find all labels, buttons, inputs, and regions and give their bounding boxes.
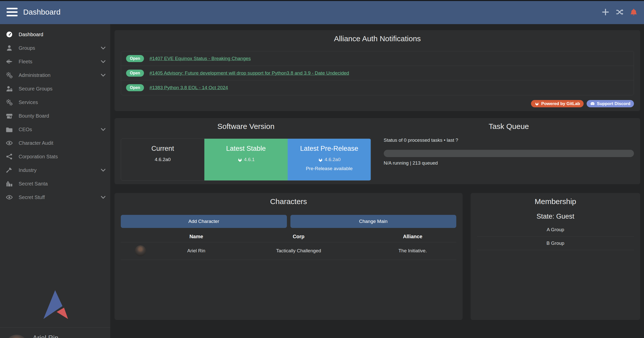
gitlab-icon [237, 157, 243, 162]
sidebar-item-label: Groups [19, 45, 35, 51]
sidebar-item-dashboard[interactable]: Dashboard [0, 28, 110, 41]
version-prerelease-column: Latest Pre-Release 4.6.2a0 Pre-Release a… [288, 139, 371, 180]
membership-group-list: A Group B Group [477, 223, 634, 250]
prerelease-note: Pre-Release available [288, 166, 371, 171]
shuffle-icon[interactable] [616, 8, 623, 16]
version-number[interactable]: 4.6.1 [244, 157, 255, 162]
character-row: Ariel Rin Tactically Challenged The Init… [121, 242, 456, 260]
gitlab-icon [318, 157, 323, 162]
discord-badge-label: Support Discord [597, 101, 630, 106]
notifications-title: Alliance Auth Notifications [115, 30, 640, 44]
notifications-bell-icon[interactable] [630, 8, 637, 16]
menu-toggle-button[interactable] [7, 8, 18, 16]
membership-group-item: A Group [477, 223, 634, 236]
version-number[interactable]: 4.6.2a0 [325, 157, 340, 162]
header-actions [602, 8, 637, 16]
alliance-auth-logo [40, 288, 70, 321]
store-icon [6, 113, 13, 119]
share-icon [6, 153, 13, 160]
sidebar-item-services[interactable]: Services [0, 95, 110, 109]
sidebar-item-label: Character Audit [19, 140, 53, 146]
sidebar-item-label: Secure Groups [19, 86, 53, 92]
eye-icon [6, 194, 13, 201]
membership-state: State: Guest [471, 213, 640, 220]
task-queue-queue-line: N/A running | 213 queued [384, 160, 634, 166]
top-navbar: Dashboard [0, 0, 644, 24]
change-main-button[interactable]: Change Main [290, 215, 457, 228]
column-header-name: Name [164, 231, 228, 242]
support-discord-badge[interactable]: Support Discord [587, 100, 634, 107]
sidebar-user-panel: Ariel Rin Tactically Challenged The Init… [0, 327, 110, 338]
character-corp: Tactically Challenged [228, 242, 369, 260]
user-avatar [5, 335, 28, 338]
gears-icon [6, 99, 13, 106]
notification-item: Open #1405 Advisory: Future development … [121, 66, 634, 80]
powered-by-gitlab-badge[interactable]: Powered by GitLab [531, 100, 584, 107]
column-header-corp: Corp [228, 231, 369, 242]
sidebar-item-label: Dashboard [19, 32, 43, 37]
window-top-border [0, 0, 644, 1]
plus-icon[interactable] [602, 8, 609, 16]
chevron-down-icon [100, 59, 106, 65]
shuttle-icon [6, 58, 13, 65]
status-panel: Software Version Current 4.6.2a0 Latest … [115, 118, 640, 184]
software-version-title: Software Version [121, 121, 371, 131]
sidebar-item-fleets[interactable]: Fleets [0, 55, 110, 68]
status-badge: Open [126, 70, 144, 77]
task-queue-progress-bar [384, 150, 634, 157]
sidebar-item-secret-santa[interactable]: Secret Santa [0, 177, 110, 190]
characters-title: Characters [115, 193, 463, 207]
notification-item: Open #1407 EVE Equinox Status - Breaking… [121, 51, 634, 66]
user-icon [6, 45, 13, 51]
page-title: Dashboard [23, 8, 61, 16]
characters-table: Name Corp Alliance Ariel Rin Tactically … [121, 231, 456, 260]
gifts-icon [6, 180, 13, 187]
character-alliance: The Initiative. [369, 242, 456, 260]
add-character-button[interactable]: Add Character [121, 215, 287, 228]
version-column-label: Latest Pre-Release [288, 144, 371, 153]
sidebar-item-groups[interactable]: Groups [0, 41, 110, 55]
sidebar-item-label: Services [19, 100, 38, 105]
sidebar-item-administration[interactable]: Administration [0, 68, 110, 82]
sidebar-item-bounty-board[interactable]: Bounty Board [0, 109, 110, 123]
notifications-panel: Alliance Auth Notifications Open #1407 E… [115, 30, 640, 111]
folder-icon [6, 126, 13, 133]
discord-icon [590, 101, 595, 106]
character-name: Ariel Rin [164, 242, 228, 260]
sidebar-item-ceos[interactable]: CEOs [0, 123, 110, 136]
gauge-icon [6, 31, 13, 38]
sidebar-item-label: Secret Stuff [19, 195, 45, 200]
sidebar-item-industry[interactable]: Industry [0, 163, 110, 177]
eye-icon [6, 140, 13, 146]
sidebar-item-label: Industry [19, 167, 36, 173]
membership-panel: Membership State: Guest A Group B Group [471, 193, 640, 320]
user-lock-icon [6, 85, 13, 92]
sidebar-item-corporation-stats[interactable]: Corporation Stats [0, 150, 110, 163]
notification-link[interactable]: #1405 Advisory: Future development will … [149, 70, 349, 76]
sidebar-item-label: Bounty Board [19, 113, 49, 119]
hammer-icon [6, 167, 13, 173]
gitlab-badge-label: Powered by GitLab [541, 101, 580, 106]
software-version-section: Software Version Current 4.6.2a0 Latest … [115, 118, 377, 184]
chevron-down-icon [100, 167, 106, 173]
sidebar-item-character-audit[interactable]: Character Audit [0, 136, 110, 150]
version-column-label: Current [121, 144, 204, 153]
sidebar-item-label: Administration [19, 72, 51, 78]
task-queue-status-line: Status of 0 processed tasks • last ? [384, 137, 634, 143]
notification-item: Open #1383 Python 3.8 EOL - 14 Oct 2024 [121, 80, 634, 95]
notification-link[interactable]: #1383 Python 3.8 EOL - 14 Oct 2024 [149, 85, 228, 90]
gitlab-icon [535, 101, 539, 106]
sidebar-item-secret-stuff[interactable]: Secret Stuff [0, 190, 110, 204]
version-stable-column: Latest Stable 4.6.1 [204, 139, 288, 180]
version-number: 4.6.2a0 [155, 157, 171, 162]
sidebar-item-label: Corporation Stats [19, 154, 58, 160]
version-column-label: Latest Stable [204, 144, 288, 153]
chevron-down-icon [100, 194, 106, 200]
sidebar-item-secure-groups[interactable]: Secure Groups [0, 82, 110, 95]
chevron-down-icon [100, 72, 106, 78]
gears-icon [6, 72, 13, 78]
notification-link[interactable]: #1407 EVE Equinox Status - Breaking Chan… [149, 56, 251, 61]
status-badge: Open [126, 84, 144, 91]
sidebar-item-label: Fleets [19, 59, 32, 65]
chevron-down-icon [100, 45, 106, 51]
